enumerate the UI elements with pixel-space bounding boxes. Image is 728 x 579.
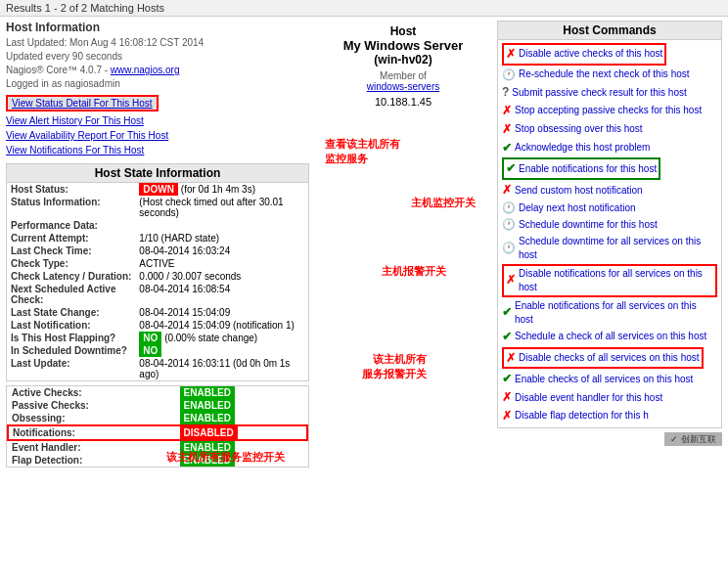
- view-status-btn[interactable]: View Status Detail For This Host: [6, 95, 159, 111]
- command-link-6[interactable]: Enable notifications for this host: [519, 162, 657, 176]
- command-item-13[interactable]: ✔Schedule a check of all services on thi…: [502, 328, 717, 346]
- command-item-15[interactable]: ✔Enable checks of all services on this h…: [502, 370, 717, 388]
- alert-history-link[interactable]: View Alert History For This Host: [6, 113, 309, 128]
- nagios-link[interactable]: www.nagios.org: [111, 65, 180, 75]
- state-table: Host Status: DOWN (for 0d 1h 4m 3s) Stat…: [7, 183, 308, 380]
- command-item-0[interactable]: ✗Disable active checks of this host: [502, 42, 717, 67]
- cmd-green-highlight: ✔Enable notifications for this host: [502, 157, 660, 180]
- flapping-label: Is This Host Flapping?: [7, 332, 135, 344]
- status-badge: DOWN: [139, 183, 178, 196]
- main-content: Host Information Last Updated: Mon Aug 4…: [0, 17, 728, 471]
- host-name: My Windows Server: [317, 38, 489, 53]
- command-item-16[interactable]: ✗Disable event handler for this host: [502, 388, 717, 407]
- flapping-row: Is This Host Flapping? NO (0.00% state c…: [7, 332, 308, 344]
- commands-list: ✗Disable active checks of this host🕐Re-s…: [498, 40, 721, 427]
- command-link-17[interactable]: Disable flap detection for this h: [515, 409, 649, 423]
- passive-checks-label: Passive Checks:: [8, 399, 176, 412]
- passive-checks-row: Passive Checks: ENABLED: [8, 399, 307, 412]
- command-link-12[interactable]: Enable notifications for all services on…: [515, 299, 717, 327]
- availability-link[interactable]: View Availability Report For This Host: [6, 128, 309, 143]
- last-updated: Last Updated: Mon Aug 4 16:08:12 CST 201…: [6, 36, 309, 50]
- notifications-link[interactable]: View Notifications For This Host: [6, 143, 309, 157]
- perf-row: Performance Data:: [7, 219, 308, 232]
- obsessing-value: ENABLED: [176, 412, 307, 425]
- page-wrapper: Results 1 - 2 of 2 Matching Hosts Host I…: [0, 0, 728, 471]
- command-link-15[interactable]: Enable checks of all services on this ho…: [515, 373, 693, 386]
- flap-detection-badge: ENABLED: [180, 454, 235, 467]
- command-item-9[interactable]: 🕐Schedule downtime for this host: [502, 216, 717, 233]
- command-link-1[interactable]: Re-schedule the next check of this host: [519, 67, 690, 81]
- clock-icon: 🕐: [502, 67, 516, 82]
- x-icon: ✗: [506, 272, 516, 289]
- command-link-11[interactable]: Disable notifications for all services o…: [519, 267, 713, 294]
- notifications-badge: DISABLED: [180, 426, 238, 439]
- status-detail: (for 0d 1h 4m 3s): [181, 184, 255, 195]
- x-icon: ✗: [502, 121, 512, 138]
- check-time-value: 08-04-2014 16:03:24: [135, 245, 308, 257]
- command-link-8[interactable]: Delay next host notification: [519, 201, 636, 215]
- command-link-9[interactable]: Schedule downtime for this host: [519, 218, 658, 232]
- host-info-block: Host Information Last Updated: Mon Aug 4…: [6, 21, 309, 157]
- check-time-row: Last Check Time: 08-04-2014 16:03:24: [7, 245, 308, 257]
- state-change-label: Last State Change:: [7, 306, 135, 319]
- command-link-0[interactable]: Disable active checks of this host: [519, 47, 662, 61]
- command-item-8[interactable]: 🕐Delay next host notification: [502, 200, 717, 216]
- command-item-11[interactable]: ✗Disable notifications for all services …: [502, 263, 717, 298]
- attempt-value: 1/10 (HARD state): [135, 232, 308, 245]
- last-notif-row: Last Notification: 08-04-2014 15:04:09 (…: [7, 319, 308, 332]
- cmd-red-highlight: ✗Disable active checks of this host: [502, 43, 666, 66]
- watermark-label: 创新互联: [681, 434, 716, 444]
- command-link-7[interactable]: Send custom host notification: [515, 184, 643, 198]
- command-item-17[interactable]: ✗Disable flap detection for this h: [502, 407, 717, 425]
- command-item-10[interactable]: 🕐Schedule downtime for all services on t…: [502, 234, 717, 263]
- state-change-value: 08-04-2014 15:04:09: [135, 306, 308, 319]
- obsessing-badge: ENABLED: [180, 412, 235, 424]
- command-link-5[interactable]: Acknowledge this host problem: [515, 141, 650, 155]
- passive-checks-value: ENABLED: [176, 399, 307, 412]
- command-link-2[interactable]: Submit passive check result for this hos…: [512, 86, 686, 100]
- check-icon: ✔: [502, 371, 512, 387]
- command-item-14[interactable]: ✗Disable checks of all services on this …: [502, 346, 717, 371]
- info-row: Status Information: (Host check timed ou…: [7, 196, 308, 219]
- notifications-row: Notifications: DISABLED: [8, 425, 307, 440]
- attempt-label: Current Attempt:: [7, 232, 135, 245]
- command-link-4[interactable]: Stop obsessing over this host: [515, 122, 643, 136]
- host-alias: (win-hv02): [317, 53, 489, 67]
- flap-detection-row: Flap Detection: ENABLED: [8, 454, 307, 467]
- command-item-4[interactable]: ✗Stop obsessing over this host: [502, 120, 717, 139]
- perf-value: [135, 219, 308, 232]
- annot-monitor-text: 查看该主机所有监控服务: [325, 138, 400, 164]
- flapping-value: NO (0.00% state change): [135, 332, 308, 344]
- command-item-12[interactable]: ✔Enable notifications for all services o…: [502, 298, 717, 328]
- command-link-3[interactable]: Stop accepting passive checks for this h…: [515, 104, 702, 117]
- command-item-1[interactable]: 🕐Re-schedule the next check of this host: [502, 67, 717, 83]
- watermark-text: ✓ 创新互联: [664, 432, 722, 446]
- perf-label: Performance Data:: [7, 219, 135, 232]
- command-item-3[interactable]: ✗Stop accepting passive checks for this …: [502, 102, 717, 120]
- x-icon: ✗: [502, 408, 512, 424]
- latency-value: 0.000 / 30.007 seconds: [135, 270, 308, 283]
- event-handler-badge: ENABLED: [180, 441, 235, 454]
- command-item-6[interactable]: ✔Enable notifications for this host: [502, 156, 717, 181]
- command-link-13[interactable]: Schedule a check of all services on this…: [515, 330, 706, 343]
- command-link-16[interactable]: Disable event handler for this host: [515, 391, 662, 405]
- host-label: Host: [317, 24, 489, 38]
- last-update-label: Last Update:: [7, 357, 135, 380]
- ip-address: 10.188.1.45: [317, 96, 489, 108]
- member-group-link[interactable]: windows-servers: [367, 81, 439, 92]
- annot-monitor: 查看该主机所有监控服务: [325, 137, 489, 166]
- commands-section: Host Commands ✗Disable active checks of …: [497, 21, 722, 428]
- check-type-value: ACTIVE: [135, 257, 308, 270]
- command-link-10[interactable]: Schedule downtime for all services on th…: [519, 235, 717, 262]
- command-link-14[interactable]: Disable checks of all services on this h…: [519, 351, 700, 365]
- command-item-2[interactable]: ?Submit passive check result for this ho…: [502, 83, 717, 102]
- flapping-detail: (0.00% state change): [164, 333, 257, 343]
- right-panel: Host Commands ✗Disable active checks of …: [497, 21, 722, 468]
- command-item-5[interactable]: ✔Acknowledge this host problem: [502, 139, 717, 157]
- x-icon: ✗: [502, 182, 512, 199]
- member-of-label: Member of: [380, 70, 427, 81]
- status-value: DOWN (for 0d 1h 4m 3s): [135, 183, 308, 196]
- command-item-7[interactable]: ✗Send custom host notification: [502, 181, 717, 200]
- next-check-row: Next Scheduled ActiveCheck: 08-04-2014 1…: [7, 283, 308, 306]
- state-change-row: Last State Change: 08-04-2014 15:04:09: [7, 306, 308, 319]
